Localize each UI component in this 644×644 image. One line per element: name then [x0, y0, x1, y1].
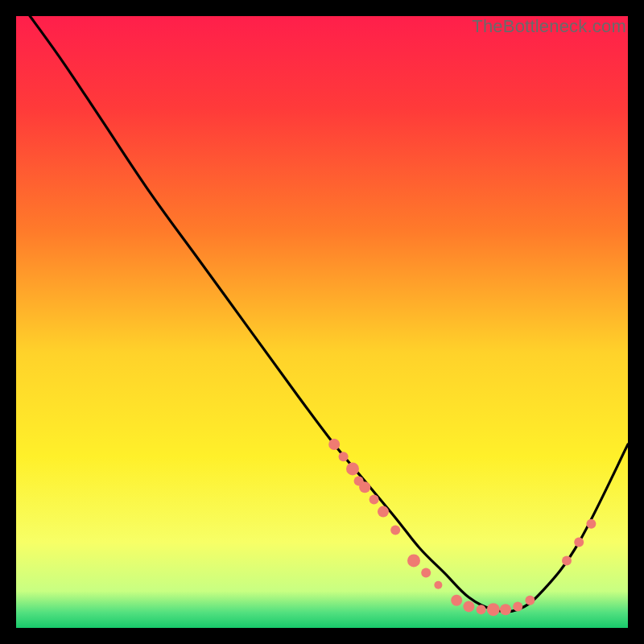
watermark-text: TheBottleneck.com [472, 16, 626, 37]
highlight-point [513, 601, 522, 611]
highlight-point [525, 596, 535, 605]
highlight-point [451, 595, 462, 606]
highlight-point [477, 605, 486, 614]
highlight-point [369, 494, 379, 504]
chart-svg [16, 16, 628, 628]
highlight-point [586, 519, 596, 529]
highlight-point [328, 439, 340, 450]
highlight-point [463, 601, 474, 612]
highlight-point [574, 538, 584, 547]
highlight-point [434, 581, 442, 589]
highlight-point [390, 525, 400, 535]
highlight-point [487, 603, 500, 616]
highlight-point [421, 568, 431, 578]
highlight-point [339, 452, 349, 461]
highlight-point [346, 462, 359, 475]
highlight-point [407, 554, 420, 567]
highlight-point [378, 506, 389, 518]
highlight-point [562, 555, 572, 565]
highlight-point [500, 604, 511, 615]
highlight-point [359, 481, 370, 493]
gradient-background [16, 16, 628, 628]
chart-frame: TheBottleneck.com [16, 16, 628, 628]
